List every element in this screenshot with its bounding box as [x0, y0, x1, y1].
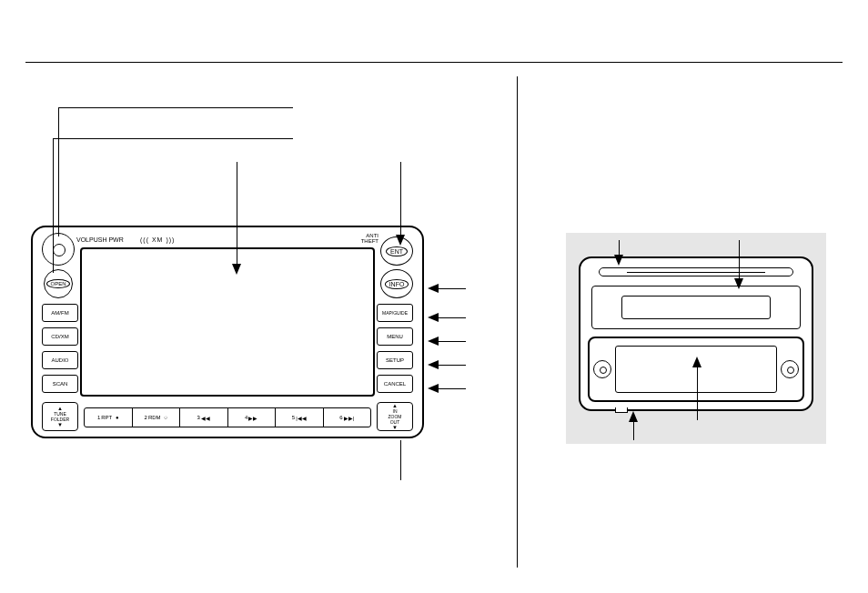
cd-xm-button[interactable]: CD/XM: [42, 327, 78, 346]
preset-4-button[interactable]: 4▶▶: [228, 408, 277, 427]
map-guide-button[interactable]: MAP/GUIDE: [377, 304, 413, 322]
tune-folder-rocker[interactable]: ▲ TUNE FOLDER ▼: [42, 402, 78, 431]
preset-button-bar: 1RPT ● 2RDM ○ 3◀◀ 4▶▶ 5|◀◀ 6▶▶|: [84, 407, 371, 427]
sub-left-knob[interactable]: [593, 360, 611, 378]
sub-display-bezel: [588, 337, 804, 402]
display-screen[interactable]: [80, 247, 375, 397]
setup-button[interactable]: SETUP: [377, 351, 413, 369]
upper-disc-slot[interactable]: [599, 267, 793, 276]
down-triangle-icon: ▼: [57, 422, 63, 427]
leader-line: [697, 367, 698, 420]
tune-folder-label: TUNE FOLDER: [51, 411, 69, 422]
arrow-left-icon: [428, 313, 439, 322]
info-button[interactable]: INFO: [380, 269, 413, 298]
leader-line: [439, 388, 466, 389]
leader-line: [739, 240, 740, 278]
sub-unit-body: [579, 256, 813, 411]
leader-line: [439, 288, 466, 289]
repeat-icon: ●: [116, 415, 119, 420]
preset-2-button[interactable]: 2RDM ○: [133, 408, 181, 427]
down-triangle-icon: ▼: [392, 425, 398, 430]
top-horizontal-rule: [25, 62, 843, 63]
info-label: INFO: [385, 279, 409, 289]
leader-line: [58, 107, 293, 108]
am-fm-button[interactable]: AM/FM: [42, 304, 78, 322]
xm-logo: ((( XM ))): [140, 236, 175, 243]
arrow-left-icon: [428, 284, 439, 293]
head-unit-faceplate: VOLPUSH PWR ((( XM ))) ANTI THEFT ENT OP…: [31, 226, 424, 438]
arrow-left-icon: [428, 384, 439, 393]
arrow-left-icon: [428, 360, 439, 369]
skip-forward-icon: ▶▶|: [344, 415, 355, 421]
lower-panel: ▲ TUNE FOLDER ▼ 1RPT ● 2RDM ○ 3◀◀ 4▶▶ 5|…: [40, 402, 415, 431]
sub-release-tab[interactable]: [615, 407, 628, 413]
preset-1-button[interactable]: 1RPT ●: [85, 408, 133, 427]
upper-panel: VOLPUSH PWR ((( XM ))) ANTI THEFT ENT OP…: [40, 233, 415, 397]
fast-forward-icon: ▶▶: [248, 415, 257, 421]
arrow-down-icon: [232, 264, 241, 275]
leader-line: [400, 440, 401, 480]
ent-label: ENT: [386, 246, 408, 256]
rewind-icon: ◀◀: [201, 415, 210, 421]
leader-line: [439, 365, 466, 366]
arrow-up-icon: [692, 357, 701, 367]
cancel-button[interactable]: CANCEL: [377, 375, 413, 393]
leader-line: [400, 162, 401, 235]
arrow-down-icon: [614, 255, 623, 266]
sub-unit-panel: [566, 233, 826, 444]
preset-6-button[interactable]: 6▶▶|: [324, 408, 371, 427]
open-button[interactable]: OPEN: [44, 269, 73, 298]
skip-back-icon: |◀◀: [296, 415, 307, 421]
lower-disc-slot[interactable]: [621, 296, 771, 319]
open-label: OPEN: [46, 279, 69, 288]
leader-line: [53, 138, 54, 273]
leader-line: [237, 162, 237, 264]
audio-button[interactable]: AUDIO: [42, 351, 78, 369]
right-button-column: MAP/GUIDE MENU SETUP CANCEL: [377, 304, 413, 393]
anti-theft-label: ANTI THEFT: [361, 233, 378, 244]
preset-3-button[interactable]: 3◀◀: [180, 408, 228, 427]
left-button-column: AM/FM CD/XM AUDIO SCAN: [42, 304, 78, 393]
leader-line: [439, 341, 466, 342]
random-icon: ○: [164, 415, 167, 420]
arrow-up-icon: [629, 411, 638, 422]
arrow-left-icon: [428, 337, 439, 346]
leader-line: [439, 317, 466, 318]
preset-5-button[interactable]: 5|◀◀: [276, 408, 324, 427]
column-divider: [517, 76, 518, 568]
arrow-down-icon: [396, 235, 405, 246]
scan-button[interactable]: SCAN: [42, 375, 78, 393]
sub-right-knob[interactable]: [781, 360, 799, 378]
lower-slot-bezel: [591, 286, 801, 329]
vol-pwr-knob[interactable]: [42, 233, 75, 266]
leader-line: [58, 107, 59, 236]
leader-line: [619, 240, 620, 255]
menu-button[interactable]: MENU: [377, 327, 413, 346]
zoom-rocker[interactable]: ▲ IN ZOOM OUT ▼: [377, 402, 413, 431]
vol-pwr-label: VOLPUSH PWR: [76, 236, 124, 243]
leader-line: [53, 138, 293, 139]
arrow-down-icon: [734, 278, 743, 289]
sub-display-screen[interactable]: [615, 346, 777, 393]
